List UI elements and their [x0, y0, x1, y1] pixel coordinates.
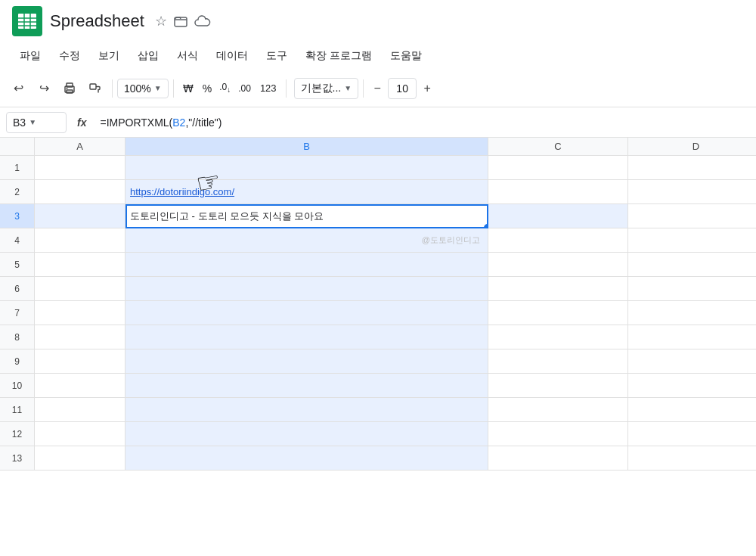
- row-num-7[interactable]: 7: [0, 301, 35, 325]
- decimal-dec-button[interactable]: .0↓: [216, 79, 234, 97]
- cell-a13[interactable]: [35, 446, 125, 471]
- col-header-c[interactable]: C: [488, 138, 628, 156]
- cell-c3[interactable]: [488, 204, 628, 228]
- cell-d9[interactable]: [628, 349, 756, 374]
- cell-d4[interactable]: [628, 228, 756, 253]
- cell-a1[interactable]: [35, 156, 125, 180]
- row-num-12[interactable]: 12: [0, 422, 35, 446]
- cell-d5[interactable]: [628, 253, 756, 277]
- menu-data[interactable]: 데이터: [209, 46, 256, 66]
- menu-extensions[interactable]: 확장 프로그램: [298, 46, 380, 66]
- font-size-input[interactable]: [388, 78, 417, 99]
- cell-d11[interactable]: [628, 398, 756, 422]
- cell-b9[interactable]: [125, 349, 488, 374]
- menu-help[interactable]: 도움말: [383, 46, 429, 66]
- row-num-2[interactable]: 2: [0, 180, 35, 204]
- cell-b1[interactable]: [125, 156, 488, 180]
- cell-reference-box[interactable]: B3 ▼: [6, 112, 67, 133]
- cell-d1[interactable]: [628, 156, 756, 180]
- cell-c8[interactable]: [488, 325, 628, 349]
- cell-a3[interactable]: [35, 204, 125, 228]
- formula-input[interactable]: =IMPORTXML(B2,"//title"): [97, 116, 750, 129]
- cell-d3[interactable]: [628, 204, 756, 228]
- cell-b2[interactable]: https://dotoriindigo.com/: [125, 180, 488, 204]
- cell-d12[interactable]: [628, 422, 756, 446]
- cell-b13[interactable]: [125, 446, 488, 471]
- menu-format[interactable]: 서식: [169, 46, 206, 66]
- cell-c7[interactable]: [488, 301, 628, 325]
- cell-b10[interactable]: [125, 374, 488, 398]
- undo-button[interactable]: ↩: [6, 76, 30, 101]
- cell-c2[interactable]: [488, 180, 628, 204]
- fill-handle[interactable]: [484, 224, 488, 228]
- cell-d2[interactable]: [628, 180, 756, 204]
- row-num-8[interactable]: 8: [0, 325, 35, 349]
- row-num-3[interactable]: 3: [0, 204, 35, 228]
- cell-d6[interactable]: [628, 277, 756, 301]
- cell-a5[interactable]: [35, 253, 125, 277]
- paint-format-button[interactable]: [83, 76, 107, 101]
- zoom-selector[interactable]: 100% ▼: [117, 79, 169, 98]
- cell-a8[interactable]: [35, 325, 125, 349]
- cell-c6[interactable]: [488, 277, 628, 301]
- number-format-button[interactable]: 123: [256, 79, 281, 97]
- svg-rect-10: [67, 90, 73, 93]
- cell-b4[interactable]: @도토리인디고: [125, 228, 488, 253]
- percent-button[interactable]: %: [200, 79, 215, 98]
- folder-icon[interactable]: [173, 14, 188, 29]
- cell-a2[interactable]: [35, 180, 125, 204]
- font-size-decrease-button[interactable]: −: [368, 78, 386, 99]
- menu-edit[interactable]: 수정: [51, 46, 88, 66]
- col-header-b[interactable]: B: [125, 138, 488, 156]
- cell-d10[interactable]: [628, 374, 756, 398]
- currency-button[interactable]: ₩: [178, 79, 198, 98]
- cell-c11[interactable]: [488, 398, 628, 422]
- cell-a4[interactable]: [35, 228, 125, 253]
- redo-button[interactable]: ↪: [32, 76, 56, 101]
- cell-a12[interactable]: [35, 422, 125, 446]
- cell-b12[interactable]: [125, 422, 488, 446]
- row-num-6[interactable]: 6: [0, 277, 35, 301]
- cell-a11[interactable]: [35, 398, 125, 422]
- cell-a7[interactable]: [35, 301, 125, 325]
- cell-a9[interactable]: [35, 349, 125, 374]
- row-num-10[interactable]: 10: [0, 374, 35, 398]
- menu-tools[interactable]: 도구: [259, 46, 295, 66]
- cell-d13[interactable]: [628, 446, 756, 471]
- menu-insert[interactable]: 삽입: [130, 46, 166, 66]
- row-num-5[interactable]: 5: [0, 253, 35, 277]
- row-num-4[interactable]: 4: [0, 228, 35, 253]
- cell-b6[interactable]: [125, 277, 488, 301]
- cloud-icon[interactable]: [194, 15, 211, 27]
- font-selector[interactable]: 기본값... ▼: [294, 78, 359, 99]
- cell-a6[interactable]: [35, 277, 125, 301]
- cell-a10[interactable]: [35, 374, 125, 398]
- row-num-11[interactable]: 11: [0, 398, 35, 422]
- cell-c5[interactable]: [488, 253, 628, 277]
- menu-file[interactable]: 파일: [12, 46, 48, 66]
- print-button[interactable]: [57, 76, 82, 101]
- row-num-13[interactable]: 13: [0, 446, 35, 471]
- cell-c13[interactable]: [488, 446, 628, 471]
- col-header-d[interactable]: D: [628, 138, 756, 156]
- row-num-9[interactable]: 9: [0, 349, 35, 374]
- row-num-1[interactable]: 1: [0, 156, 35, 180]
- cell-b3[interactable]: 도토리인디고 - 도토리 모으듯 지식을 모아요: [125, 204, 488, 228]
- cell-d8[interactable]: [628, 325, 756, 349]
- cell-d7[interactable]: [628, 301, 756, 325]
- cell-c10[interactable]: [488, 374, 628, 398]
- font-size-increase-button[interactable]: +: [418, 78, 436, 99]
- cell-c1[interactable]: [488, 156, 628, 180]
- url-link[interactable]: https://dotoriindigo.com/: [130, 186, 234, 197]
- cell-c9[interactable]: [488, 349, 628, 374]
- cell-c12[interactable]: [488, 422, 628, 446]
- cell-c4[interactable]: [488, 228, 628, 253]
- cell-b11[interactable]: [125, 398, 488, 422]
- cell-b7[interactable]: [125, 301, 488, 325]
- cell-b8[interactable]: [125, 325, 488, 349]
- menu-view[interactable]: 보기: [91, 46, 127, 66]
- star-icon[interactable]: ☆: [155, 13, 167, 30]
- cell-b5[interactable]: [125, 253, 488, 277]
- col-header-a[interactable]: A: [35, 138, 125, 156]
- decimal-inc-button[interactable]: .00: [235, 80, 254, 97]
